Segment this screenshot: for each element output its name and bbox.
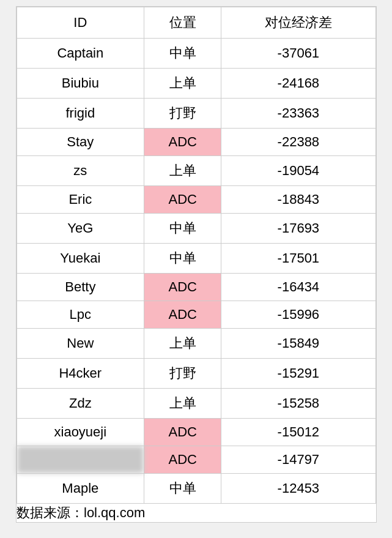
cell-id: Yuekai: [17, 244, 144, 274]
table-row: Biubiu上单-24168: [17, 69, 375, 99]
data-table: ID 位置 对位经济差 Captain中单-37061Biubiu上单-2416…: [16, 6, 377, 523]
cell-diff: -12453: [221, 474, 375, 504]
cell-diff: -18843: [221, 186, 375, 214]
cell-id: H4cker: [17, 359, 144, 389]
cell-position: 中单: [144, 39, 221, 69]
cell-diff: -15849: [221, 329, 375, 359]
cell-id: YeG: [17, 214, 144, 244]
cell-position: 打野: [144, 359, 221, 389]
cell-diff: -15258: [221, 389, 375, 419]
cell-position: ADC: [144, 419, 221, 446]
table-row: StayADC-22388: [17, 129, 375, 156]
cell-id: Lpc: [17, 301, 144, 329]
table-row: xiaoyuejiADC-15012: [17, 419, 375, 446]
cell-diff: -15996: [221, 301, 375, 329]
table-row: New上单-15849: [17, 329, 375, 359]
cell-id: Stay: [17, 129, 144, 156]
table-row: LpcADC-15996: [17, 301, 375, 329]
cell-id: Captain: [17, 39, 144, 69]
table-row: Zdz上单-15258: [17, 389, 375, 419]
cell-diff: -24168: [221, 69, 375, 99]
cell-position: 上单: [144, 156, 221, 186]
cell-id: New: [17, 329, 144, 359]
cell-id: XXXXXX: [17, 446, 144, 474]
table-row: YeG中单-17693: [17, 214, 375, 244]
cell-position: ADC: [144, 274, 221, 301]
cell-diff: -19054: [221, 156, 375, 186]
cell-id: zs: [17, 156, 144, 186]
cell-id: Eric: [17, 186, 144, 214]
footer-source: 数据来源：lol.qq.com: [17, 504, 375, 523]
cell-id: xiaoyueji: [17, 419, 144, 446]
cell-diff: -14797: [221, 446, 375, 474]
cell-diff: -17501: [221, 244, 375, 274]
cell-diff: -17693: [221, 214, 375, 244]
cell-position: 上单: [144, 69, 221, 99]
cell-position: 中单: [144, 244, 221, 274]
cell-id: Maple: [17, 474, 144, 504]
col-header-id: ID: [17, 7, 144, 39]
cell-position: ADC: [144, 186, 221, 214]
cell-diff: -16434: [221, 274, 375, 301]
table-footer-row: 数据来源：lol.qq.com: [17, 504, 375, 523]
col-header-position: 位置: [144, 7, 221, 39]
cell-diff: -23363: [221, 99, 375, 129]
table-row: H4cker打野-15291: [17, 359, 375, 389]
cell-diff: -37061: [221, 39, 375, 69]
table-header-row: ID 位置 对位经济差: [17, 7, 375, 39]
cell-position: 中单: [144, 474, 221, 504]
cell-position: 上单: [144, 389, 221, 419]
col-header-diff: 对位经济差: [221, 7, 375, 39]
table-row: XXXXXXADC-14797: [17, 446, 375, 474]
cell-id: Zdz: [17, 389, 144, 419]
cell-id: Biubiu: [17, 69, 144, 99]
cell-id: Betty: [17, 274, 144, 301]
table-row: Captain中单-37061: [17, 39, 375, 69]
table-row: frigid打野-23363: [17, 99, 375, 129]
table-row: Yuekai中单-17501: [17, 244, 375, 274]
cell-position: 中单: [144, 214, 221, 244]
cell-position: 上单: [144, 329, 221, 359]
cell-diff: -15012: [221, 419, 375, 446]
table-row: zs上单-19054: [17, 156, 375, 186]
table-row: EricADC-18843: [17, 186, 375, 214]
cell-position: 打野: [144, 99, 221, 129]
cell-diff: -15291: [221, 359, 375, 389]
cell-diff: -22388: [221, 129, 375, 156]
cell-position: ADC: [144, 129, 221, 156]
cell-position: ADC: [144, 446, 221, 474]
cell-position: ADC: [144, 301, 221, 329]
table-row: BettyADC-16434: [17, 274, 375, 301]
table-row: Maple中单-12453: [17, 474, 375, 504]
cell-id: frigid: [17, 99, 144, 129]
